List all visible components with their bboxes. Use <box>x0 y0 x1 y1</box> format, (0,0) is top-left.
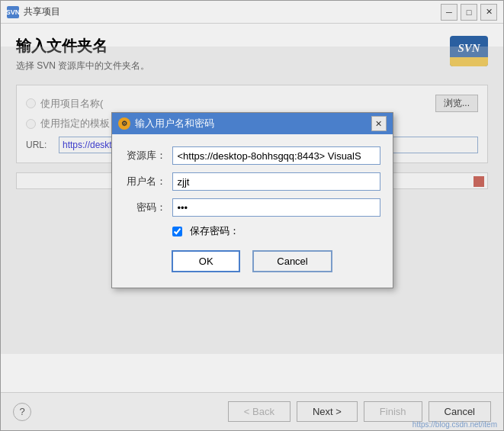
username-label: 用户名： <box>124 175 166 188</box>
dialog-body: 资源库： 用户名： 密码： <box>112 134 393 288</box>
login-dialog: ⚙ 输入用户名和密码 ✕ 资源库： 用户名： <box>111 112 393 288</box>
password-row: 密码： <box>124 198 380 217</box>
help-button[interactable]: ? <box>13 403 31 421</box>
repo-input[interactable] <box>172 146 380 165</box>
save-password-checkbox[interactable] <box>172 227 182 236</box>
watermark: https://blog.csdn.net/item <box>413 420 497 429</box>
next-button[interactable]: Next > <box>297 401 358 422</box>
main-content: 输入文件夹名 选择 SVN 资源库中的文件夹名。 SVN 使用项目名称( 浏览.… <box>1 24 503 392</box>
dialog-overlay: ⚙ 输入用户名和密码 ✕ 资源库： 用户名： <box>1 47 503 354</box>
outer-window-controls: ─ □ ✕ <box>441 4 497 21</box>
dialog-close-button[interactable]: ✕ <box>371 116 387 131</box>
dialog-buttons: OK Cancel <box>124 250 380 275</box>
save-password-row: 保存密码： <box>124 224 380 238</box>
outer-title-bar: SVN 共享项目 ─ □ ✕ <box>1 1 503 24</box>
dialog-cancel-button[interactable]: Cancel <box>252 250 332 272</box>
dialog-title-bar: ⚙ 输入用户名和密码 ✕ <box>112 113 393 134</box>
repo-label: 资源库： <box>124 149 166 162</box>
password-input[interactable] <box>172 198 380 217</box>
username-row: 用户名： <box>124 172 380 191</box>
minimize-button[interactable]: ─ <box>441 4 457 21</box>
repo-row: 资源库： <box>124 146 380 165</box>
outer-title-icon: SVN <box>7 6 19 18</box>
outer-window: SVN 共享项目 ─ □ ✕ 输入文件夹名 选择 SVN 资源库中的文件夹名。 … <box>0 0 504 431</box>
finish-button[interactable]: Finish <box>364 401 422 422</box>
outer-title-text: 共享项目 <box>24 5 441 18</box>
close-button[interactable]: ✕ <box>480 4 497 21</box>
dialog-title-text: 输入用户名和密码 <box>135 117 371 130</box>
gear-icon: ⚙ <box>121 120 127 127</box>
dialog-title-icon: ⚙ <box>118 117 130 130</box>
cancel-button[interactable]: Cancel <box>429 401 491 422</box>
password-label: 密码： <box>124 201 166 214</box>
maximize-button[interactable]: □ <box>461 4 477 21</box>
ok-button[interactable]: OK <box>172 250 240 272</box>
back-button[interactable]: < Back <box>228 401 291 422</box>
username-input[interactable] <box>172 172 380 191</box>
save-password-label: 保存密码： <box>190 224 239 238</box>
